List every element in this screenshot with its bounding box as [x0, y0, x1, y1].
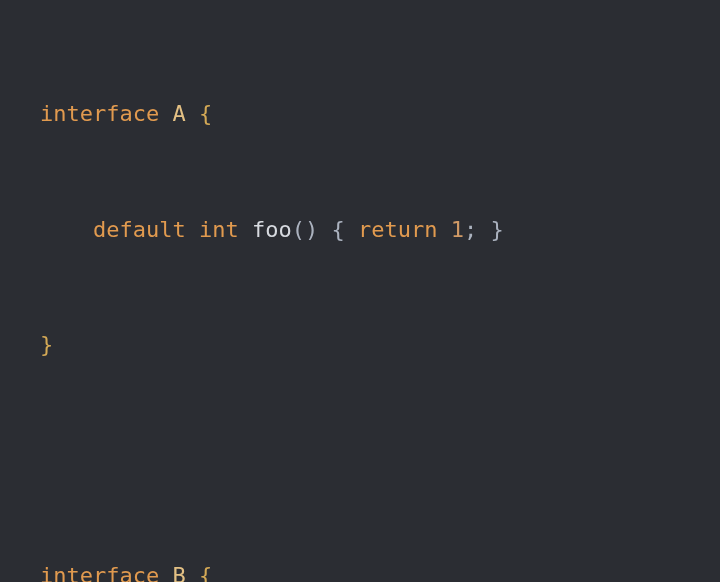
keyword-interface: interface [40, 563, 159, 582]
keyword-default: default [93, 217, 186, 242]
brace-open: { [199, 101, 212, 126]
number-literal: 1 [451, 217, 464, 242]
keyword-int: int [199, 217, 239, 242]
brace-close: } [40, 332, 53, 357]
blank-line [40, 442, 680, 481]
semicolon: ; [464, 217, 477, 242]
code-line: interface B { [40, 557, 680, 582]
code-line: default int foo() { return 1; } [40, 211, 680, 250]
paren-close: ) [305, 217, 318, 242]
code-line: } [40, 326, 680, 365]
paren-open: ( [292, 217, 305, 242]
method-foo: foo [252, 217, 292, 242]
keyword-return: return [358, 217, 437, 242]
brace-open: { [199, 563, 212, 582]
brace-open: { [331, 217, 344, 242]
type-name-A: A [172, 101, 185, 126]
type-name-B: B [172, 563, 185, 582]
code-editor[interactable]: interface A { default int foo() { return… [0, 0, 720, 582]
brace-close: } [490, 217, 503, 242]
code-line: interface A { [40, 95, 680, 134]
keyword-interface: interface [40, 101, 159, 126]
